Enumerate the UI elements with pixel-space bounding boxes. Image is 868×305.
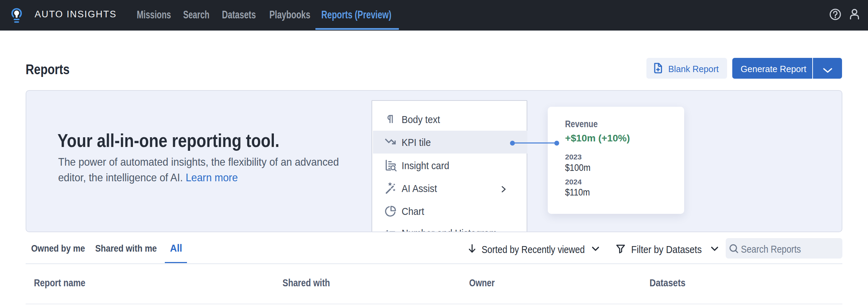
svg-text:1: 1 bbox=[385, 228, 390, 233]
